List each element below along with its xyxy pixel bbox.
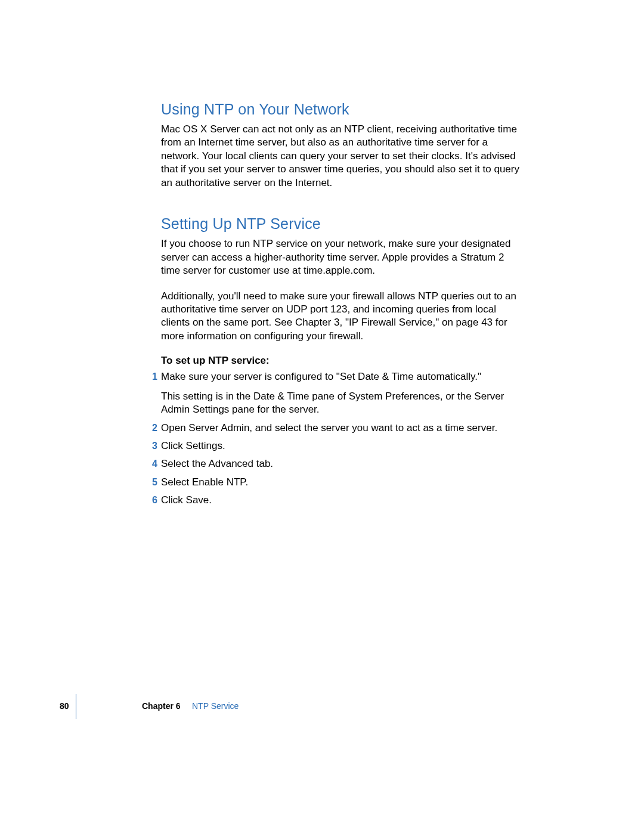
step-text: Click Save.	[161, 494, 525, 507]
step-number: 2	[148, 422, 157, 434]
step-text: Make sure your server is configured to "…	[161, 370, 525, 383]
chapter-title: NTP Service	[192, 701, 239, 711]
section-gap	[161, 202, 525, 215]
procedure-steps: 1 Make sure your server is configured to…	[161, 370, 525, 507]
step-text: Select Enable NTP.	[161, 476, 525, 489]
step-number: 5	[148, 476, 157, 488]
page: Using NTP on Your Network Mac OS X Serve…	[0, 0, 644, 833]
step: 3 Click Settings.	[161, 439, 525, 453]
content-column: Using NTP on Your Network Mac OS X Serve…	[161, 100, 525, 507]
step: 6 Click Save.	[161, 494, 525, 507]
section-heading-using-ntp: Using NTP on Your Network	[161, 100, 525, 118]
body-paragraph: Additionally, you'll need to make sure y…	[161, 290, 525, 343]
body-paragraph: If you choose to run NTP service on your…	[161, 237, 525, 277]
chapter-label: Chapter 6	[142, 701, 181, 711]
step-number: 4	[148, 457, 157, 470]
step-number: 3	[148, 439, 157, 452]
step: 4 Select the Advanced tab.	[161, 457, 525, 470]
step: 2 Open Server Admin, and select the serv…	[161, 422, 525, 435]
step-text: Select the Advanced tab.	[161, 457, 525, 470]
procedure-subhead: To set up NTP service:	[161, 355, 525, 367]
footer-divider	[76, 694, 76, 719]
step-number: 6	[148, 494, 157, 506]
section-heading-setting-up-ntp: Setting Up NTP Service	[161, 215, 525, 233]
step: 1 Make sure your server is configured to…	[161, 370, 525, 416]
step: 5 Select Enable NTP.	[161, 476, 525, 489]
step-number: 1	[148, 370, 157, 383]
step-text: Click Settings.	[161, 439, 525, 453]
step-text: Open Server Admin, and select the server…	[161, 422, 525, 435]
page-footer: 80 Chapter 6 NTP Service	[0, 699, 644, 717]
step-subtext: This setting is in the Date & Time pane …	[161, 390, 525, 417]
body-paragraph: Mac OS X Server can act not only as an N…	[161, 123, 525, 190]
page-number: 80	[60, 701, 69, 711]
